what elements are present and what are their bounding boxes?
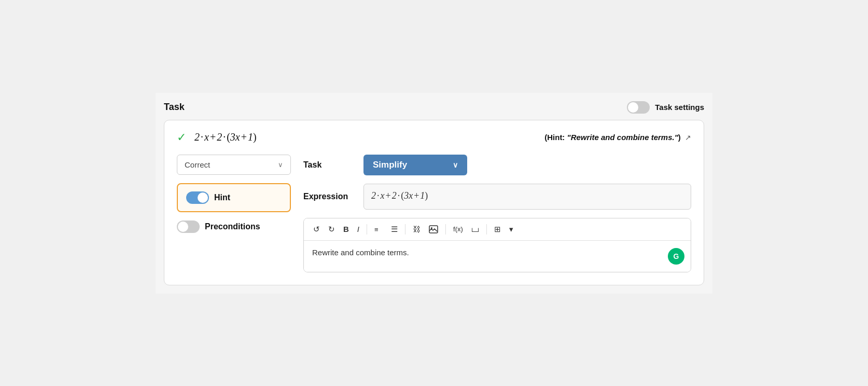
unordered-list-button[interactable]: ☰ bbox=[388, 223, 401, 236]
hint-editor: ↺ ↻ B I ≡ ☰ ⛓ bbox=[303, 218, 691, 272]
page-title: Task bbox=[164, 102, 185, 113]
preconditions-row: Preconditions bbox=[177, 220, 291, 233]
svg-text:≡: ≡ bbox=[374, 226, 379, 233]
toolbar-divider-3 bbox=[445, 224, 446, 235]
italic-button[interactable]: I bbox=[354, 223, 362, 236]
image-button[interactable] bbox=[426, 223, 441, 236]
page-header: Task Task settings bbox=[164, 101, 704, 114]
preconditions-toggle[interactable] bbox=[177, 220, 200, 233]
shrink-icon[interactable]: ↗ bbox=[685, 133, 691, 142]
correct-dropdown-chevron: ∨ bbox=[278, 161, 283, 169]
left-column: Correct ∨ Hint Preconditions bbox=[177, 155, 291, 233]
table-button[interactable]: ⊞ bbox=[491, 223, 504, 236]
table-dropdown-button[interactable]: ▾ bbox=[506, 223, 516, 236]
expression-label: Expression bbox=[303, 192, 355, 201]
link-button[interactable]: ⛓ bbox=[410, 223, 424, 236]
hint-label-top: (Hint: "Rewrite and combine terms.") ↗ bbox=[544, 133, 691, 142]
task-settings-toggle[interactable] bbox=[627, 101, 650, 114]
simplify-dropdown-chevron: ∨ bbox=[453, 161, 458, 169]
task-settings-area: Task settings bbox=[627, 101, 704, 114]
right-column: Task Simplify ∨ Expression 2x23x1 bbox=[303, 155, 691, 272]
toolbar-divider-2 bbox=[405, 224, 405, 235]
hint-toggle[interactable] bbox=[186, 191, 209, 204]
expression-field[interactable]: 2x23x1 bbox=[363, 184, 691, 210]
correct-dropdown[interactable]: Correct ∨ bbox=[177, 155, 291, 175]
toolbar-divider-1 bbox=[367, 224, 367, 235]
hint-text: Rewrite and combine terms. bbox=[312, 248, 409, 257]
task-settings-label: Task settings bbox=[655, 103, 704, 112]
redo-button[interactable]: ↻ bbox=[325, 223, 338, 236]
correct-dropdown-label: Correct bbox=[185, 160, 210, 169]
editor-content[interactable]: Rewrite and combine terms. G bbox=[304, 241, 691, 272]
expression-display: 2x23x1 bbox=[194, 131, 536, 143]
expression-form-row: Expression 2x23x1 bbox=[303, 184, 691, 210]
ordered-list-button[interactable]: ≡ bbox=[371, 223, 386, 236]
content-row: Correct ∨ Hint Preconditions bbox=[177, 155, 691, 272]
grammarly-button[interactable]: G bbox=[668, 248, 684, 265]
preconditions-label: Preconditions bbox=[205, 222, 260, 231]
fx-button[interactable]: f(x) bbox=[450, 223, 466, 235]
hint-toggle-knob bbox=[198, 192, 208, 203]
hint-toggle-label: Hint bbox=[214, 193, 230, 202]
bold-button[interactable]: B bbox=[340, 223, 352, 236]
top-row: ✓ 2x23x1 (Hint: "Rewrite and combine ter… bbox=[177, 131, 691, 144]
simplify-dropdown[interactable]: Simplify ∨ bbox=[363, 155, 467, 175]
toggle-knob bbox=[628, 102, 638, 113]
preconditions-toggle-knob bbox=[178, 222, 188, 232]
main-card: ✓ 2x23x1 (Hint: "Rewrite and combine ter… bbox=[164, 120, 704, 285]
hint-toggle-row: Hint bbox=[177, 183, 291, 212]
task-label: Task bbox=[303, 160, 355, 170]
toolbar-divider-4 bbox=[486, 224, 487, 235]
undo-button[interactable]: ↺ bbox=[310, 223, 323, 236]
check-icon: ✓ bbox=[177, 131, 186, 144]
task-form-row: Task Simplify ∨ bbox=[303, 155, 691, 175]
space-button[interactable]: ⌴ bbox=[468, 223, 482, 236]
editor-toolbar: ↺ ↻ B I ≡ ☰ ⛓ bbox=[304, 218, 691, 241]
simplify-dropdown-label: Simplify bbox=[373, 160, 407, 170]
